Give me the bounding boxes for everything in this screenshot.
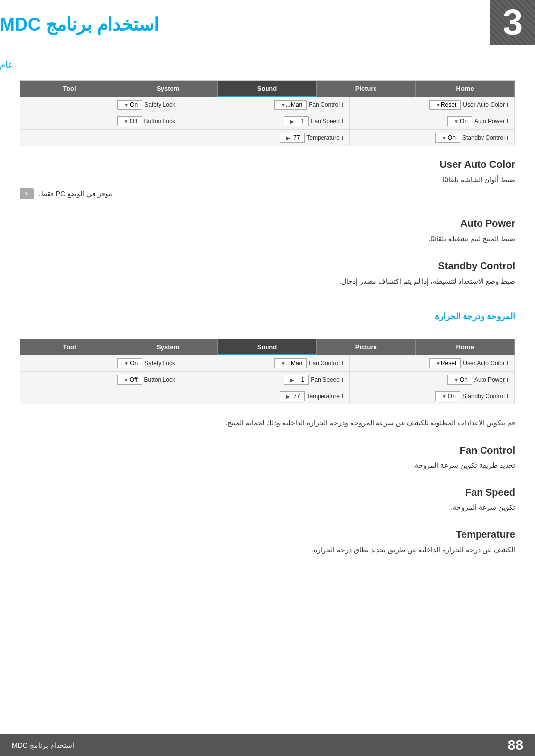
t2-row1-col3-label: Safety Lock (144, 360, 175, 367)
col-group: I Auto Power On ▼ (350, 372, 515, 388)
tab-sound-1[interactable]: Sound (218, 81, 317, 97)
page-footer: 88 استخدام برنامج MDC (0, 734, 535, 756)
separator-icon: I (507, 377, 508, 383)
col-group: I Auto Power On ▼ (350, 113, 515, 129)
row2-col2-label: Fan Speed (311, 118, 340, 125)
col-group: I Button Lock Off ▼ (20, 113, 185, 129)
tab-picture-1[interactable]: Picture (317, 81, 416, 97)
tab-home-1[interactable]: Home (416, 81, 515, 97)
separator-icon: I (177, 102, 179, 108)
fan-speed-text: تكوين سرعة المروحة. (20, 502, 515, 513)
row1-col1-value[interactable]: Reset ▼ (429, 100, 461, 110)
fan-speed-section: Fan Speed تكوين سرعة المروحة. (0, 479, 535, 521)
separator-icon: I (507, 118, 508, 124)
col-group: I Standby Control On ▼ (350, 388, 515, 404)
chapter-number-box: 3 (490, 0, 535, 45)
t2-row2-col1-value[interactable]: On ▼ (447, 375, 472, 385)
separator-icon: I (507, 135, 508, 141)
row1-col3-value[interactable]: On ▼ (117, 100, 142, 110)
fan-control-heading: Fan Control (20, 445, 515, 456)
t2-row2-col3-value[interactable]: Off ▼ (117, 375, 142, 385)
note-icon: ✎ (20, 188, 34, 199)
t2-row2-col2-value[interactable]: 1 ▶ (284, 375, 309, 385)
tab-home-2[interactable]: Home (416, 339, 515, 355)
col-group: I Safety Lock On ▼ (20, 355, 185, 371)
table-row: I Auto Power On ▼ I Fan Speed 1 ▶ I Butt… (20, 371, 515, 388)
row1-col3-label: Safety Lock (144, 101, 175, 108)
separator-icon: I (177, 118, 179, 124)
row1-col2-value[interactable]: Man... ▼ (274, 100, 307, 110)
temperature-section: Temperature الكشف عن درجة الحرارة الداخل… (0, 521, 535, 563)
fan-temp-heading: المروحة ودرجة الحرارة (20, 311, 515, 322)
page-number: 88 (508, 737, 523, 753)
table2-body: I User Auto Color Reset ▼ I Fan Control … (20, 355, 515, 404)
t2-row3-col2-value[interactable]: 77 ▶ (280, 391, 305, 401)
nav-arrow: ▶ (286, 394, 290, 399)
t2-row2-col3-label: Button Lock (144, 376, 175, 383)
tab-picture-2[interactable]: Picture (317, 339, 416, 355)
table-row: I Auto Power On ▼ I Fan Speed 1 ▶ I Butt… (20, 113, 515, 129)
footer-text: استخدام برنامج MDC (12, 741, 74, 749)
row3-col1-label: Standby Control (462, 134, 505, 141)
row3-col1-value[interactable]: On ▼ (435, 133, 460, 143)
fan-temp-intro-text: قم بتكوين الإعدادات المطلوبة للكشف عن سر… (20, 417, 515, 428)
auto-power-text: ضبط المنتج ليتم تشغيله تلقائيًا. (20, 233, 515, 244)
dropdown-arrow: ▼ (281, 361, 286, 366)
dropdown-arrow: ▼ (442, 394, 447, 399)
user-auto-color-text: ضبط ألوان الشاشة تلقائيًا. (20, 174, 515, 185)
dropdown-arrow: ▼ (442, 135, 447, 141)
table-row: I Standby Control On ▼ I Temperature 77 … (20, 129, 515, 146)
tab-tool-2[interactable]: Tool (20, 339, 119, 355)
fan-control-section: Fan Control تحديد طريقة تكوين سرعة المرو… (0, 437, 535, 479)
t2-row2-col2-label: Fan Speed (311, 376, 340, 383)
table1-body: I User Auto Color Reset ▼ I Fan Control … (20, 97, 515, 146)
dropdown-arrow: ▼ (124, 102, 129, 108)
fan-temp-heading-section: المروحة ودرجة الحرارة (0, 295, 535, 334)
auto-power-heading: Auto Power (20, 218, 515, 229)
general-section-label: عام (0, 50, 535, 75)
separator-icon: I (342, 118, 343, 124)
row3-col2-label: Temperature (307, 134, 340, 141)
t2-row3-col1-label: Standby Control (462, 393, 505, 400)
col-group: I User Auto Color Reset ▼ (350, 97, 515, 113)
table1-header: Home Picture Sound System Tool (20, 81, 515, 97)
separator-icon: I (507, 360, 508, 366)
fan-speed-heading: Fan Speed (20, 487, 515, 498)
col-group: I Safety Lock On ▼ (20, 97, 185, 113)
dropdown-arrow: ▼ (124, 377, 129, 383)
tab-sound-2[interactable]: Sound (218, 339, 317, 355)
t2-row1-col1-value[interactable]: Reset ▼ (429, 358, 461, 368)
separator-icon: I (177, 360, 179, 366)
row2-col2-value[interactable]: 1 ▶ (284, 116, 309, 126)
row2-col1-value[interactable]: On ▼ (447, 116, 472, 126)
temperature-heading: Temperature (20, 529, 515, 540)
row2-col3-value[interactable]: Off ▼ (117, 116, 142, 126)
dropdown-arrow: ▼ (436, 361, 441, 366)
t2-row1-col2-label: Fan Control (309, 360, 340, 367)
tab-system-2[interactable]: System (119, 339, 218, 355)
t2-row3-col2-label: Temperature (307, 393, 340, 400)
table-row: I User Auto Color Reset ▼ I Fan Control … (20, 97, 515, 113)
row3-col2-value[interactable]: 77 ▶ (280, 133, 305, 143)
standby-control-section: Standby Control ضبط وضع الاستعداد لتنشيط… (0, 252, 535, 295)
separator-icon: I (342, 135, 343, 141)
t2-row1-col3-value[interactable]: On ▼ (117, 358, 142, 368)
note-row: يتوفر في الوضع PC فقط. ✎ (20, 188, 515, 199)
tab-tool-1[interactable]: Tool (20, 81, 119, 97)
auto-power-section: Auto Power ضبط المنتج ليتم تشغيله تلقائي… (0, 210, 535, 252)
t2-row3-col1-value[interactable]: On ▼ (435, 391, 460, 401)
standby-control-text: ضبط وضع الاستعداد لتنشيطه، إذا لم يتم اك… (20, 276, 515, 287)
t2-row1-col2-value[interactable]: Man... ▼ (274, 358, 307, 368)
nav-arrow: ▶ (290, 119, 294, 124)
tab-system-1[interactable]: System (119, 81, 218, 97)
temperature-text: الكشف عن درجة الحرارة الداخلية عن طريق ت… (20, 544, 515, 555)
row1-col2-label: Fan Control (309, 101, 340, 108)
t2-row1-col1-label: User Auto Color (463, 360, 505, 367)
table-row: I User Auto Color Reset ▼ I Fan Control … (20, 355, 515, 371)
separator-icon: I (342, 360, 343, 366)
col-group (20, 130, 185, 146)
dropdown-arrow: ▼ (454, 119, 459, 124)
dropdown-arrow: ▼ (454, 377, 459, 383)
separator-icon: I (342, 102, 343, 108)
user-auto-color-section: User Auto Color ضبط ألوان الشاشة تلقائيً… (0, 151, 535, 210)
